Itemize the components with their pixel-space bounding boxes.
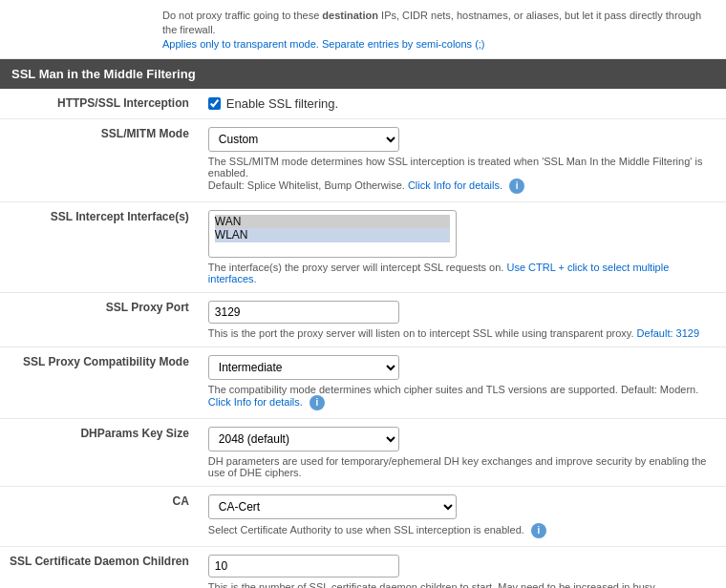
dhparams-key-size-row: DHParams Key Size 1024 2048 (default) 40… [0, 419, 726, 487]
https-ssl-checkbox-label: Enable SSL filtering. [226, 96, 338, 111]
ssl-intercept-interfaces-content: WAN WLAN The interface(s) the proxy serv… [203, 202, 726, 293]
ssl-section-header: SSL Man in the Middle Filtering [0, 59, 726, 89]
ssl-proxy-compat-info-icon[interactable]: i [310, 395, 325, 410]
ca-select[interactable]: CA-Cert [208, 494, 457, 519]
ssl-proxy-compat-select[interactable]: Modern Intermediate Old [208, 355, 399, 380]
destination-ips-section: Do not proxy traffic going to these dest… [0, 0, 726, 59]
https-ssl-content: Enable SSL filtering. [203, 89, 726, 119]
ssl-mitm-mode-content: Custom Splice Whitelist Bump Otherwise F… [203, 119, 726, 202]
ssl-section-title: SSL Man in the Middle Filtering [11, 67, 196, 81]
ssl-intercept-interfaces-select[interactable]: WAN WLAN [208, 210, 457, 258]
ssl-cert-daemon-row: SSL Certificate Daemon Children This is … [0, 547, 726, 589]
ssl-proxy-compat-content: Modern Intermediate Old The compatibilit… [203, 347, 726, 419]
ssl-mitm-mode-select[interactable]: Custom Splice Whitelist Bump Otherwise F… [208, 127, 399, 152]
dhparams-key-size-select[interactable]: 1024 2048 (default) 4096 [208, 427, 399, 452]
ssl-proxy-port-default[interactable]: Default: 3129 [637, 327, 699, 339]
https-ssl-label: HTTPS/SSL Interception [0, 89, 203, 119]
dhparams-key-size-label: DHParams Key Size [0, 419, 203, 487]
ssl-mitm-mode-label: SSL/MITM Mode [0, 119, 203, 202]
ssl-proxy-port-row: SSL Proxy Port This is the port the prox… [0, 293, 726, 347]
ssl-proxy-compat-info-link[interactable]: Click Info for details. [208, 396, 303, 408]
https-ssl-row: HTTPS/SSL Interception Enable SSL filter… [0, 89, 726, 119]
ssl-proxy-port-label: SSL Proxy Port [0, 293, 203, 347]
dhparams-key-size-help: DH parameters are used for temporary/eph… [208, 455, 716, 478]
ca-help: Select Certificate Authority to use when… [208, 523, 716, 538]
ssl-proxy-compat-row: SSL Proxy Compatibility Mode Modern Inte… [0, 347, 726, 419]
transparent-mode-link[interactable]: Applies only to transparent mode. [162, 38, 319, 50]
ca-row: CA CA-Cert Select Certificate Authority … [0, 487, 726, 547]
ssl-cert-daemon-input[interactable] [208, 555, 399, 578]
ssl-proxy-port-help: This is the port the proxy server will l… [208, 327, 716, 339]
ssl-cert-daemon-content: This is the number of SSL certificate da… [203, 547, 726, 589]
ssl-intercept-interfaces-help: The interface(s) the proxy server will i… [208, 262, 716, 284]
ca-label: CA [0, 487, 203, 547]
ca-content: CA-Cert Select Certificate Authority to … [203, 487, 726, 547]
destination-ips-help: Do not proxy traffic going to these dest… [162, 10, 701, 50]
ssl-proxy-compat-label: SSL Proxy Compatibility Mode [0, 347, 203, 419]
https-ssl-checkbox[interactable] [208, 97, 221, 110]
ssl-proxy-compat-help: The compatibility mode determines which … [208, 384, 716, 410]
ssl-cert-daemon-help: This is the number of SSL certificate da… [208, 581, 716, 588]
ssl-mitm-mode-help: The SSL/MITM mode determines how SSL int… [208, 156, 716, 194]
ssl-mitm-mode-row: SSL/MITM Mode Custom Splice Whitelist Bu… [0, 119, 726, 202]
ssl-intercept-interfaces-row: SSL Intercept Interface(s) WAN WLAN The … [0, 202, 726, 293]
ssl-cert-daemon-label: SSL Certificate Daemon Children [0, 547, 203, 589]
ca-info-icon[interactable]: i [531, 523, 546, 538]
ssl-form-table: HTTPS/SSL Interception Enable SSL filter… [0, 89, 726, 588]
ssl-proxy-port-input[interactable] [208, 301, 399, 324]
ssl-mitm-info-icon[interactable]: i [509, 178, 524, 194]
semicolons-link[interactable]: Separate entries by semi-colons (;) [322, 38, 485, 50]
ssl-proxy-port-content: This is the port the proxy server will l… [203, 293, 726, 347]
dhparams-key-size-content: 1024 2048 (default) 4096 DH parameters a… [203, 419, 726, 487]
ssl-intercept-interfaces-label: SSL Intercept Interface(s) [0, 202, 203, 293]
ssl-mitm-info-link[interactable]: Click Info for details. [408, 179, 502, 191]
